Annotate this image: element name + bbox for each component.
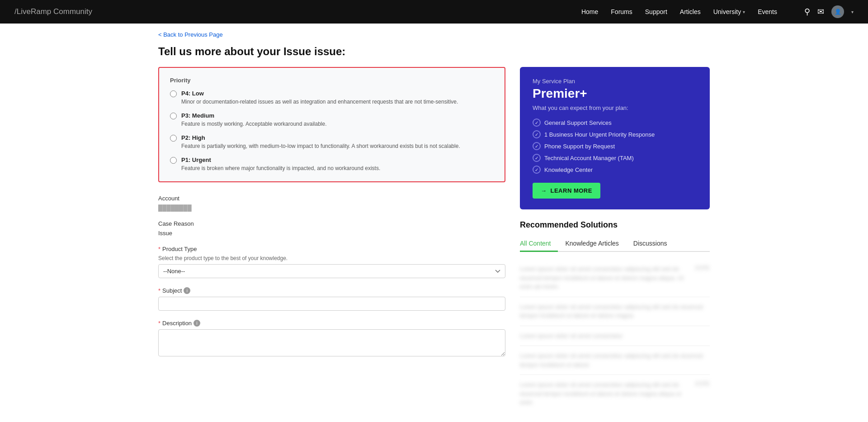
nav-forums[interactable]: Forums (611, 8, 632, 15)
rec-list: Lorem ipsum dolor sit amet consectetur a… (520, 259, 710, 413)
required-star: * (158, 246, 160, 252)
search-icon[interactable]: ⚲ (804, 7, 810, 17)
check-icon-2: ✓ (533, 130, 541, 138)
feature-1: ✓ General Support Services (533, 119, 697, 127)
brand-suffix: Community (51, 7, 92, 16)
case-reason-section: Case Reason Issue (158, 220, 505, 237)
priority-desc-p2: Feature is partially working, with mediu… (181, 142, 460, 150)
subject-section: * Subject i (158, 287, 505, 311)
priority-text-p4: P4: Low Minor or documentation-related i… (181, 90, 458, 106)
priority-text-p3: P3: Medium Feature is mostly working. Ac… (181, 112, 327, 128)
account-label: Account (158, 195, 505, 202)
rec-item-date-5: 1/1/01 (695, 380, 710, 387)
priority-name-p1: P1: Urgent (181, 156, 380, 163)
priority-text-p1: P1: Urgent Feature is broken where major… (181, 156, 380, 172)
priority-option-p1: P1: Urgent Feature is broken where major… (170, 156, 494, 172)
check-icon-1: ✓ (533, 119, 541, 127)
arrow-right-icon: → (541, 187, 547, 194)
priority-radio-p3[interactable] (170, 113, 177, 119)
rec-item-date-1: 1/1/01 (695, 265, 710, 271)
priority-radio-p1[interactable] (170, 157, 177, 164)
subject-info-icon[interactable]: i (184, 287, 190, 294)
nav-articles[interactable]: Articles (680, 8, 701, 15)
rec-item-text-5: Lorem ipsum dolor sit amet consectetur a… (520, 380, 688, 407)
case-reason-value: Issue (158, 230, 505, 237)
priority-name-p4: P4: Low (181, 90, 458, 97)
chevron-down-icon[interactable]: ▾ (851, 9, 854, 14)
brand-logo[interactable]: /LiveRamp Community (14, 7, 92, 16)
nav-links: Home Forums Support Articles University … (581, 8, 777, 15)
priority-radio-p2[interactable] (170, 135, 177, 142)
required-star-desc: * (158, 320, 160, 327)
case-reason-label: Case Reason (158, 220, 505, 227)
chevron-down-icon: ▾ (743, 9, 745, 14)
rec-item-1: Lorem ipsum dolor sit amet consectetur a… (520, 259, 710, 297)
product-type-select[interactable]: --None-- (158, 264, 505, 278)
priority-option-p2: P2: High Feature is partially working, w… (170, 134, 494, 150)
my-plan-label: My Service Plan (533, 78, 697, 85)
priority-desc-p1: Feature is broken where major functional… (181, 164, 380, 172)
subject-label: * Subject i (158, 287, 505, 294)
priority-text-p2: P2: High Feature is partially working, w… (181, 134, 460, 150)
notifications-icon[interactable]: ✉ (817, 7, 824, 17)
priority-radio-p4[interactable] (170, 90, 177, 97)
priority-section-label: Priority (170, 77, 494, 84)
rec-item-2: Lorem ipsum dolor sit amet consectetur a… (520, 297, 710, 326)
rec-item-text-3: Lorem ipsum dolor sit amet consectetur (520, 332, 710, 341)
plan-subtitle: What you can expect from your plan: (533, 104, 697, 111)
rec-item-text-2: Lorem ipsum dolor sit amet consectetur a… (520, 303, 710, 320)
rec-item-text-4: Lorem ipsum dolor sit amet consectetur a… (520, 351, 710, 369)
service-plan-box: My Service Plan Premier+ What you can ex… (520, 67, 710, 209)
navbar: /LiveRamp Community Home Forums Support … (0, 0, 868, 24)
rec-tabs: All Content Knowledge Articles Discussio… (520, 236, 710, 252)
check-icon-4: ✓ (533, 154, 541, 162)
rec-item-text-1: Lorem ipsum dolor sit amet consectetur a… (520, 265, 688, 291)
avatar[interactable]: 👤 (831, 5, 844, 18)
description-section: * Description i (158, 320, 505, 358)
brand-name: LiveRamp (17, 7, 52, 16)
priority-box: Priority P4: Low Minor or documentation-… (158, 67, 505, 182)
nav-support[interactable]: Support (645, 8, 667, 15)
account-section: Account ████████ (158, 195, 505, 211)
rec-item-4: Lorem ipsum dolor sit amet consectetur a… (520, 346, 710, 375)
nav-home[interactable]: Home (581, 8, 598, 15)
navbar-icons: ⚲ ✉ 👤 ▾ (804, 5, 854, 18)
tab-discussions[interactable]: Discussions (626, 236, 675, 252)
right-col: My Service Plan Premier+ What you can ex… (520, 67, 710, 413)
feature-5: ✓ Knowledge Center (533, 166, 697, 174)
product-type-section: * Product Type Select the product type t… (158, 246, 505, 278)
account-value: ████████ (158, 204, 505, 211)
tab-all-content[interactable]: All Content (520, 236, 558, 252)
left-col: Priority P4: Low Minor or documentation-… (158, 67, 505, 367)
priority-option-p4: P4: Low Minor or documentation-related i… (170, 90, 494, 106)
plan-name: Premier+ (533, 86, 697, 101)
priority-name-p3: P3: Medium (181, 112, 327, 119)
nav-university[interactable]: University ▾ (713, 8, 745, 15)
check-icon-5: ✓ (533, 166, 541, 174)
feature-2: ✓ 1 Business Hour Urgent Priority Respon… (533, 130, 697, 138)
page-title: Tell us more about your Issue issue: (158, 45, 710, 58)
description-label: * Description i (158, 320, 505, 327)
priority-desc-p3: Feature is mostly working. Acceptable wo… (181, 120, 327, 128)
page-content: < Back to Previous Page Tell us more abo… (140, 24, 728, 422)
two-col-layout: Priority P4: Low Minor or documentation-… (158, 67, 710, 413)
learn-more-button[interactable]: → LEARN MORE (533, 183, 600, 199)
back-link[interactable]: < Back to Previous Page (158, 31, 223, 38)
check-icon-3: ✓ (533, 142, 541, 150)
rec-item-3: Lorem ipsum dolor sit amet consectetur (520, 326, 710, 346)
tab-knowledge-articles[interactable]: Knowledge Articles (558, 236, 626, 252)
required-star-subject: * (158, 287, 160, 294)
product-type-helper: Select the product type to the best of y… (158, 255, 505, 261)
product-type-label: * Product Type (158, 246, 505, 252)
priority-desc-p4: Minor or documentation-related issues as… (181, 98, 458, 106)
service-features-list: ✓ General Support Services ✓ 1 Business … (533, 119, 697, 174)
rec-item-5: Lorem ipsum dolor sit amet consectetur a… (520, 375, 710, 413)
subject-input[interactable] (158, 297, 505, 311)
description-textarea[interactable] (158, 329, 505, 356)
priority-option-p3: P3: Medium Feature is mostly working. Ac… (170, 112, 494, 128)
priority-name-p2: P2: High (181, 134, 460, 141)
nav-events[interactable]: Events (758, 8, 777, 15)
avatar-icon: 👤 (835, 9, 841, 15)
description-info-icon[interactable]: i (193, 320, 200, 327)
recommended-title: Recommended Solutions (520, 220, 710, 230)
